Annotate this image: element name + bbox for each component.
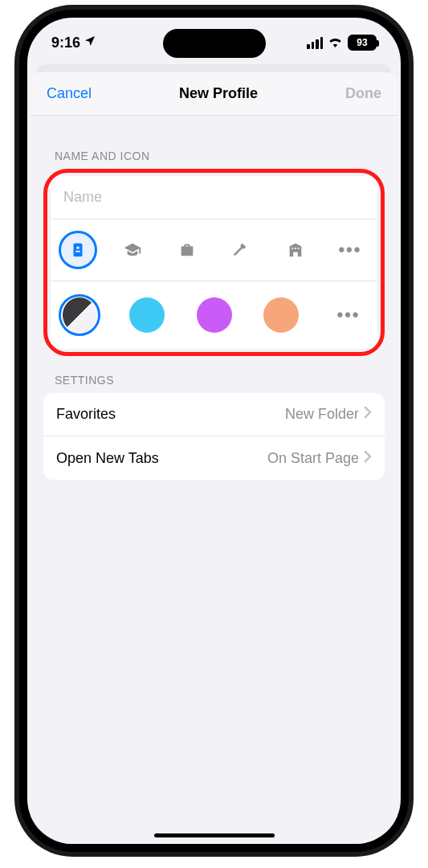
- svg-point-1: [76, 246, 79, 249]
- icon-option-building[interactable]: [276, 231, 315, 269]
- favorites-row[interactable]: Favorites New Folder: [43, 393, 385, 436]
- done-button[interactable]: Done: [345, 85, 381, 102]
- nav-bar: Cancel New Profile Done: [31, 72, 397, 116]
- dynamic-island: [163, 29, 266, 58]
- name-icon-card: •••: [51, 176, 377, 349]
- open-new-tabs-row[interactable]: Open New Tabs On Start Page: [43, 436, 385, 480]
- section-header-name-icon: NAME AND ICON: [43, 132, 385, 169]
- favorites-label: Favorites: [56, 406, 116, 423]
- icon-option-graduation-cap[interactable]: [113, 231, 152, 269]
- color-more-button[interactable]: •••: [328, 294, 369, 336]
- location-icon: [84, 35, 96, 51]
- section-header-settings: SETTINGS: [43, 356, 385, 393]
- profile-name-input[interactable]: [63, 189, 365, 206]
- wifi-icon: [328, 35, 343, 51]
- cancel-button[interactable]: Cancel: [47, 85, 92, 102]
- page-title: New Profile: [179, 85, 258, 102]
- settings-card: Favorites New Folder Open New Tabs: [43, 393, 385, 480]
- icon-option-hammer[interactable]: [222, 231, 260, 269]
- svg-rect-0: [74, 244, 83, 257]
- svg-rect-2: [75, 251, 80, 252]
- annotation-highlight: •••: [43, 169, 385, 356]
- cellular-icon: [307, 37, 323, 49]
- icon-option-id-card[interactable]: [59, 231, 97, 269]
- icon-picker-row: •••: [51, 219, 377, 281]
- battery-icon: 93: [348, 35, 377, 51]
- sheet-backdrop: [37, 64, 391, 72]
- color-option-orange[interactable]: [260, 294, 302, 336]
- icon-more-button[interactable]: •••: [331, 231, 369, 269]
- status-time: 9:16: [51, 35, 80, 51]
- chevron-right-icon: [364, 406, 372, 423]
- color-option-blackwhite[interactable]: [59, 294, 100, 336]
- chevron-right-icon: [364, 450, 372, 467]
- favorites-value: New Folder: [285, 406, 359, 423]
- color-option-blue[interactable]: [126, 294, 168, 336]
- home-indicator[interactable]: [154, 833, 275, 837]
- modal-sheet: Cancel New Profile Done NAME AND ICON: [31, 72, 397, 844]
- open-new-tabs-label: Open New Tabs: [56, 450, 159, 467]
- icon-option-briefcase[interactable]: [168, 231, 206, 269]
- open-new-tabs-value: On Start Page: [267, 450, 359, 467]
- color-option-purple[interactable]: [194, 294, 235, 336]
- color-picker-row: •••: [51, 281, 377, 349]
